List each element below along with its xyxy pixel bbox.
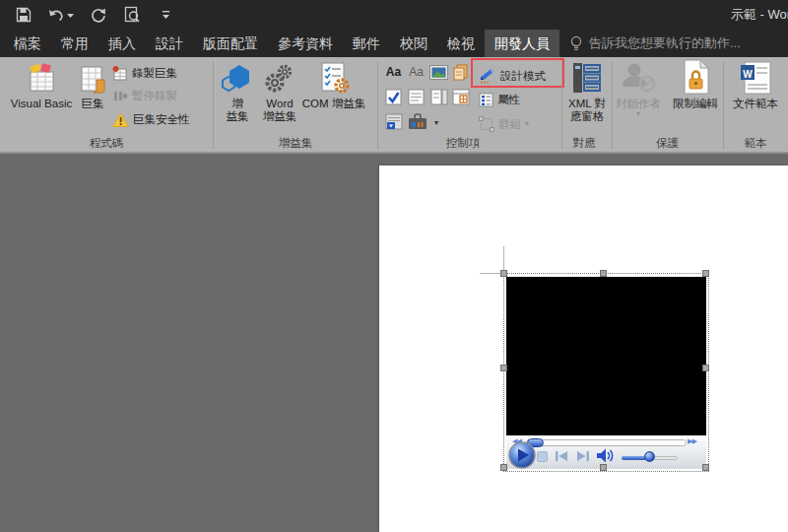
visual-basic-label: Visual Basic xyxy=(11,98,72,110)
volume-button[interactable] xyxy=(596,447,615,464)
stop-button[interactable] xyxy=(537,451,548,462)
redo-icon xyxy=(91,7,106,23)
word-window: { "window": { "title": "示範 - Word", "qat… xyxy=(0,0,788,532)
combo-box-control-icon xyxy=(430,89,448,105)
next-icon xyxy=(577,451,586,461)
resize-handle-top-right[interactable] xyxy=(702,270,709,277)
legacy-tools-icon xyxy=(385,113,403,130)
customize-qat-button[interactable] xyxy=(156,4,175,26)
macros-icon xyxy=(79,63,106,95)
seek-slider[interactable] xyxy=(526,439,687,446)
tab-developer[interactable]: 開發人員 xyxy=(485,30,559,57)
save-button[interactable] xyxy=(14,4,33,26)
properties-label: 屬性 xyxy=(497,93,520,107)
resize-handle-bottom-right[interactable] xyxy=(702,464,709,471)
visual-basic-button[interactable]: Visual Basic xyxy=(6,61,77,110)
redo-button[interactable] xyxy=(89,4,108,26)
repeating-section-control-button[interactable] xyxy=(407,88,426,105)
media-player-control[interactable]: ◀◀ ▶▶ xyxy=(503,273,709,472)
add-ins-button[interactable]: 增益集 xyxy=(217,61,258,123)
group-button[interactable]: 群組 ▾ xyxy=(479,116,529,132)
document-template-button[interactable]: W 文件範本 xyxy=(726,61,785,110)
group-label-code: 程式碼 xyxy=(8,136,205,151)
record-macro-button[interactable]: 錄製巨集 xyxy=(112,66,177,81)
group-label-templates: 範本 xyxy=(723,136,788,151)
properties-icon xyxy=(479,93,493,107)
document-canvas[interactable]: ◀◀ ▶▶ xyxy=(0,158,788,532)
tab-mailings[interactable]: 郵件 xyxy=(343,30,390,57)
block-authors-button[interactable]: 封鎖作者 ▾ xyxy=(614,61,663,118)
group-separator xyxy=(377,61,378,150)
tab-view[interactable]: 檢視 xyxy=(437,30,485,57)
group-separator xyxy=(213,61,214,150)
group-icon xyxy=(479,116,494,132)
macros-button[interactable]: 巨集 xyxy=(75,61,110,110)
restrict-editing-button[interactable]: 限制編輯 xyxy=(666,61,725,110)
repeating-section-control-icon xyxy=(408,89,425,105)
building-block-gallery-icon xyxy=(452,64,469,81)
tab-layout[interactable]: 版面配置 xyxy=(193,30,268,57)
next-button[interactable] xyxy=(576,450,590,462)
previous-button[interactable] xyxy=(555,450,568,462)
aa-rich-glyph: Aa xyxy=(386,65,401,79)
chevron-down-icon: ▾ xyxy=(434,119,438,127)
legacy-tools-button[interactable] xyxy=(384,112,403,130)
properties-button[interactable]: 屬性 xyxy=(479,93,520,107)
pause-recording-label: 暫停錄製 xyxy=(132,89,177,103)
resize-handle-bottom-middle[interactable] xyxy=(600,464,607,471)
xml-mapping-pane-icon xyxy=(571,61,603,95)
tab-review[interactable]: 校閱 xyxy=(390,30,437,57)
xml-mapping-pane-button[interactable]: XML 對應窗格 xyxy=(563,61,611,123)
macro-security-label: 巨集安全性 xyxy=(133,112,190,127)
tab-design[interactable]: 設計 xyxy=(146,30,193,57)
resize-handle-top-middle[interactable] xyxy=(600,270,607,277)
undo-icon xyxy=(48,8,65,23)
volume-slider-thumb[interactable] xyxy=(644,451,655,462)
macro-security-button[interactable]: 巨集安全性 xyxy=(112,112,190,127)
lightbulb-icon xyxy=(569,35,583,52)
com-add-ins-button[interactable]: COM 增益集 xyxy=(301,61,366,110)
undo-button[interactable] xyxy=(47,4,75,26)
group-label-protect: 保護 xyxy=(612,136,723,151)
play-button[interactable] xyxy=(508,441,536,469)
word-add-ins-icon xyxy=(264,63,296,95)
xml-mapping-pane-label-line1: XML 對 xyxy=(568,98,606,109)
tab-file[interactable]: 檔案 xyxy=(4,30,51,57)
save-icon xyxy=(16,7,32,23)
word-add-ins-button[interactable]: Word增益集 xyxy=(258,61,301,123)
add-ins-label-line1: 增 xyxy=(231,98,243,109)
combo-box-control-button[interactable] xyxy=(429,88,448,105)
resize-handle-top-left[interactable] xyxy=(500,270,507,277)
resize-handle-middle-left[interactable] xyxy=(500,365,507,371)
chevron-down-icon xyxy=(67,13,74,18)
building-block-gallery-button[interactable] xyxy=(451,63,470,81)
media-video-area[interactable] xyxy=(506,277,706,435)
ribbon-tab-row: 檔案 常用 插入 設計 版面配置 參考資料 郵件 校閱 檢視 開發人員 告訴我您… xyxy=(0,30,788,57)
resize-handle-bottom-left[interactable] xyxy=(500,464,507,471)
tell-me-box[interactable]: 告訴我您想要執行的動作... xyxy=(569,30,741,57)
pause-recording-button[interactable]: 暫停錄製 xyxy=(112,89,177,103)
rich-text-control-button[interactable]: Aa xyxy=(384,63,403,81)
picture-control-button[interactable] xyxy=(429,63,448,81)
tab-references[interactable]: 參考資料 xyxy=(268,30,343,57)
pause-recording-icon xyxy=(112,90,128,102)
checkbox-control-button[interactable] xyxy=(384,88,403,105)
legacy-dropdown-button[interactable]: ▾ xyxy=(431,114,441,132)
fast-forward-icon[interactable]: ▶▶ xyxy=(688,437,696,445)
add-ins-label-line2: 益集 xyxy=(227,110,249,122)
date-picker-control-button[interactable] xyxy=(451,88,470,105)
com-add-ins-label: COM 增益集 xyxy=(302,98,366,110)
resize-handle-middle-right[interactable] xyxy=(702,365,709,371)
date-picker-control-icon xyxy=(452,89,470,105)
print-preview-button[interactable] xyxy=(122,4,142,26)
volume-icon xyxy=(597,449,606,463)
design-mode-highlight-annotation xyxy=(471,58,564,88)
plain-text-control-button[interactable]: Aa xyxy=(407,63,426,81)
aa-plain-glyph: Aa xyxy=(409,65,424,79)
tab-home[interactable]: 常用 xyxy=(51,30,98,57)
add-in-tools-button[interactable] xyxy=(406,112,429,130)
tab-insert[interactable]: 插入 xyxy=(98,30,146,57)
block-authors-icon xyxy=(621,61,656,95)
document-template-label: 文件範本 xyxy=(733,98,778,110)
restrict-editing-label: 限制編輯 xyxy=(673,98,718,110)
